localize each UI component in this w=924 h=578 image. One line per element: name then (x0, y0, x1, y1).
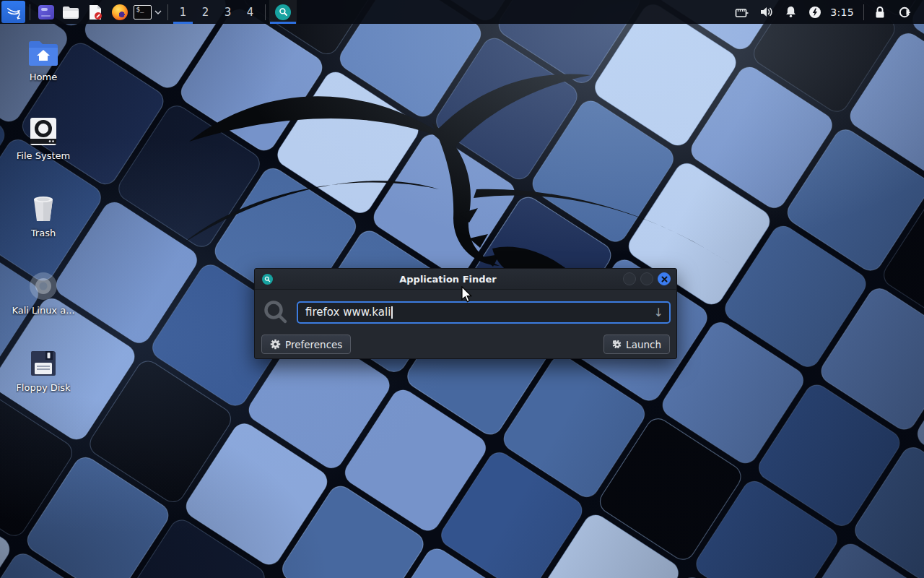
search-icon (255, 299, 297, 325)
floppy-disk-icon (28, 348, 58, 379)
tray-lock[interactable] (868, 0, 892, 24)
panel-clock[interactable]: 3:15 (827, 7, 860, 18)
launcher-terminal[interactable]: $_ (132, 0, 152, 24)
launch-button[interactable]: Launch (603, 335, 670, 354)
network-icon (735, 7, 749, 18)
notifications-icon (785, 6, 797, 18)
application-finder-window: Application Finder firefox www.kali ↓ (254, 268, 677, 359)
launch-label: Launch (626, 339, 661, 350)
desktop-icon-trash[interactable]: Trash (10, 194, 77, 238)
tray-power-manager[interactable] (803, 0, 827, 24)
terminal-icon: $_ (134, 5, 152, 20)
panel-separator (30, 4, 30, 20)
desktop-icon-label: Kali Linux a... (12, 305, 74, 316)
panel-separator (863, 4, 864, 20)
kali-docs-icon (28, 271, 58, 301)
workspace-3[interactable]: 3 (217, 0, 239, 24)
tray-logout[interactable] (892, 0, 917, 24)
file-manager-icon (62, 5, 79, 20)
workspace-1-label: 1 (180, 6, 187, 19)
tray-notifications[interactable] (778, 0, 803, 24)
top-panel: $_ 1 2 3 4 (0, 0, 924, 24)
application-finder-icon (275, 4, 291, 20)
firefox-icon (112, 4, 128, 20)
taskbar-active-underline (270, 22, 296, 24)
preferences-label: Preferences (285, 339, 342, 350)
search-input-value: firefox www.kali (305, 306, 391, 319)
launcher-text-editor[interactable] (83, 0, 108, 24)
minimize-button[interactable] (623, 272, 636, 285)
application-finder-icon (262, 274, 273, 285)
desktop-icon-label: Trash (31, 228, 56, 238)
power-manager-icon (808, 6, 821, 19)
desktop-icon-floppy-disk[interactable]: Floppy Disk (10, 348, 77, 393)
panel-separator (265, 4, 266, 20)
workspace-3-label: 3 (225, 6, 232, 19)
logout-icon (898, 6, 911, 19)
panel-separator (167, 4, 168, 20)
launch-gear-icon (612, 340, 622, 349)
kali-menu-icon (5, 4, 22, 21)
window-title: Application Finder (273, 274, 623, 285)
launcher-firefox[interactable] (108, 0, 132, 24)
desktop-icon-label: Floppy Disk (16, 382, 70, 393)
workspace-4-label: 4 (247, 6, 254, 19)
home-folder-icon (27, 39, 60, 68)
tray-volume[interactable] (754, 0, 778, 24)
desktop-icon-file-system[interactable]: File System (10, 116, 77, 161)
desktop-icon-label: File System (17, 150, 70, 161)
workspace-4[interactable]: 4 (239, 0, 261, 24)
lock-icon (874, 6, 886, 19)
gear-icon (270, 339, 281, 350)
workspace-2[interactable]: 2 (194, 0, 217, 24)
mouse-cursor (461, 286, 475, 303)
file-system-icon (28, 116, 58, 147)
text-editor-icon (88, 4, 103, 20)
workspace-2-label: 2 (202, 6, 209, 19)
text-caret (391, 306, 393, 319)
close-icon (661, 276, 668, 282)
launcher-file-manager[interactable] (58, 0, 83, 24)
desktop-icon-home[interactable]: Home (10, 39, 77, 82)
close-button[interactable] (658, 272, 671, 285)
kali-menu-button[interactable] (1, 1, 25, 23)
desktop-icon-kali-linux-docs[interactable]: Kali Linux a... (10, 271, 77, 316)
desktop-icon-label: Home (30, 72, 57, 82)
search-input[interactable]: firefox www.kali ↓ (297, 301, 671, 324)
workspace-active-underline (173, 22, 193, 24)
taskbar-application-finder[interactable] (269, 0, 297, 24)
launcher-window-app[interactable] (34, 0, 58, 24)
maximize-button[interactable] (640, 272, 653, 285)
chevron-down-icon (154, 10, 162, 14)
volume-icon (759, 6, 773, 18)
tray-network[interactable] (729, 0, 754, 24)
workspace-1[interactable]: 1 (172, 0, 194, 24)
preferences-button[interactable]: Preferences (261, 335, 351, 354)
dropdown-arrow-icon[interactable]: ↓ (654, 306, 663, 319)
terminal-dropdown[interactable] (152, 10, 164, 14)
trash-icon (28, 194, 58, 224)
window-app-icon (38, 5, 54, 20)
